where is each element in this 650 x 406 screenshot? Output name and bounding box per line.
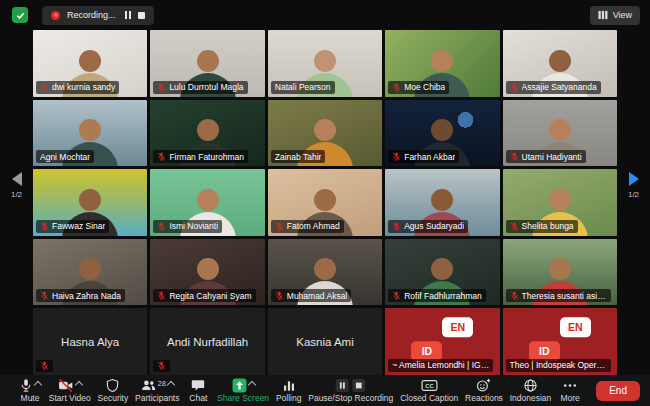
toolbar-polling[interactable]: Polling (276, 378, 302, 403)
stop-recording-button[interactable] (138, 12, 145, 19)
recording-indicator: Recording... (42, 6, 154, 25)
muted-mic-icon (40, 291, 49, 300)
toolbar-closed-caption[interactable]: CCClosed Caption (400, 378, 458, 403)
view-button[interactable]: View (590, 6, 640, 25)
chevron-up-icon[interactable] (167, 381, 175, 389)
participant-tile[interactable]: Fawwaz Sinar (33, 169, 147, 236)
polling-bars-icon (282, 378, 296, 393)
chevron-up-icon[interactable] (75, 381, 83, 389)
pause-stop-icon (335, 378, 366, 393)
toolbar-item-label: Participants (135, 394, 179, 403)
muted-mic-icon (510, 291, 519, 300)
prev-page-control: 1/2 (0, 172, 33, 199)
muted-mic-icon (392, 291, 401, 300)
chevron-up-icon[interactable] (34, 381, 42, 389)
participant-tile[interactable]: Agni Mochtar (33, 100, 147, 167)
participant-name-label: Natali Pearson (271, 81, 335, 94)
toolbar-pause-stop-recording[interactable]: Pause/Stop Recording (308, 378, 393, 403)
participant-tile[interactable]: Regita Cahyani Syam (150, 239, 264, 306)
participant-name-label: Ismi Novianti (153, 220, 222, 233)
participant-tile[interactable]: Firman Faturohman (150, 100, 264, 167)
toolbar-reactions[interactable]: Reactions (465, 378, 503, 403)
participant-tile[interactable]: ENID~ Amelia Lemondhi | IG:... (385, 308, 499, 375)
participant-tile[interactable]: Ismi Novianti (150, 169, 264, 236)
chevron-up-icon[interactable] (247, 381, 255, 389)
end-button[interactable]: End (596, 381, 640, 401)
toolbar-indonesian[interactable]: Indonesian (510, 378, 552, 403)
participant-name-label: ~ Amelia Lemondhi | IG:... (388, 359, 493, 372)
toolbar-item-label: Chat (189, 394, 207, 403)
participant-tile[interactable]: dwi kurnia sandy (33, 30, 147, 97)
participant-tile[interactable]: Utami Hadiyanti (503, 100, 617, 167)
toolbar-item-label: Security (98, 394, 129, 403)
more-dots-icon (562, 378, 578, 393)
participant-name-label: Firman Faturohman (153, 150, 248, 163)
participant-name-label: Agus Sudaryadi (388, 220, 468, 233)
participant-tile[interactable]: Hasna Alya (33, 308, 147, 375)
toolbar-items: MuteStart VideoSecurity28ParticipantsCha… (18, 378, 582, 403)
participant-name-label: dwi kurnia sandy (36, 81, 119, 94)
next-page-control: 1/2 (617, 172, 650, 199)
participant-mute-status (36, 360, 53, 372)
muted-mic-icon (392, 83, 401, 92)
muted-mic-icon (157, 361, 166, 370)
prev-page-arrow-icon[interactable] (12, 172, 22, 186)
toolbar-more[interactable]: More (558, 378, 582, 403)
participant-tile[interactable]: Andi Nurfadillah (150, 308, 264, 375)
participant-tile[interactable]: Theresia susanti asih Asih (503, 239, 617, 306)
participant-mute-status (153, 360, 170, 372)
participant-tile[interactable]: Lulu Durrotul Magla (150, 30, 264, 97)
participant-tile[interactable]: Zainab Tahir (268, 100, 382, 167)
participant-tile[interactable]: Natali Pearson (268, 30, 382, 97)
pause-recording-button[interactable] (125, 11, 131, 19)
en-language-bubble: EN (442, 317, 473, 337)
participant-name-label: Theresia susanti asih Asih (506, 289, 611, 302)
video-grid: dwi kurnia sandyLulu Durrotul MaglaNatal… (33, 30, 617, 375)
toolbar-item-label: Pause/Stop Recording (308, 394, 393, 403)
participant-name-label: Fatom Ahmad (271, 220, 344, 233)
toolbar-start-video[interactable]: Start Video (49, 378, 91, 403)
participant-tile[interactable]: Assajie Satyananda (503, 30, 617, 97)
toolbar-chat[interactable]: Chat (186, 378, 210, 403)
participant-name-label: Shelita bunga (506, 220, 578, 233)
participant-tile[interactable]: Rofif Fadhlurrahman (385, 239, 499, 306)
view-label: View (613, 10, 632, 20)
participant-tile[interactable]: Farhan Akbar (385, 100, 499, 167)
muted-mic-icon (392, 222, 401, 231)
participant-tile[interactable]: Haiva Zahra Nada (33, 239, 147, 306)
toolbar-item-label: Start Video (49, 394, 91, 403)
muted-mic-icon (392, 152, 401, 161)
interpretation-languages-logo: ENID (411, 317, 473, 361)
en-language-bubble: EN (560, 317, 591, 337)
participant-name-label: Lulu Durrotul Magla (153, 81, 247, 94)
gallery-view-icon (598, 10, 608, 20)
participant-name-label: Muhamad Aksal (271, 289, 351, 302)
next-page-arrow-icon[interactable] (629, 172, 639, 186)
participant-tile[interactable]: Kasnia Ami (268, 308, 382, 375)
muted-mic-icon (157, 152, 166, 161)
muted-mic-icon (157, 291, 166, 300)
toolbar-participants[interactable]: 28Participants (135, 378, 179, 403)
participant-tile[interactable]: Fatom Ahmad (268, 169, 382, 236)
toolbar-share-screen[interactable]: Share Screen (217, 378, 269, 403)
toolbar-item-label: Mute (21, 394, 40, 403)
muted-mic-icon (275, 222, 284, 231)
toolbar-item-label: Closed Caption (400, 394, 458, 403)
participant-tile[interactable]: Muhamad Aksal (268, 239, 382, 306)
encryption-shield-icon[interactable] (12, 7, 28, 23)
participants-count-badge: 28 (158, 379, 166, 388)
participant-name-label: Agni Mochtar (36, 150, 94, 163)
participant-tile[interactable]: ENIDTheo | Indospeak Operator (503, 308, 617, 375)
toolbar-security[interactable]: Security (98, 378, 129, 403)
participant-tile[interactable]: Agus Sudaryadi (385, 169, 499, 236)
toolbar-mute[interactable]: Mute (18, 378, 42, 403)
participant-name-label: Fawwaz Sinar (36, 220, 109, 233)
participant-name-label: Haiva Zahra Nada (36, 289, 125, 302)
toolbar-item-label: Indonesian (510, 394, 552, 403)
recording-dot-icon (51, 11, 60, 20)
participant-tile[interactable]: Moe Chiba (385, 30, 499, 97)
participant-tile[interactable]: Shelita bunga (503, 169, 617, 236)
muted-mic-icon (157, 83, 166, 92)
muted-mic-icon (510, 222, 519, 231)
toolbar-item-label: Reactions (465, 394, 503, 403)
